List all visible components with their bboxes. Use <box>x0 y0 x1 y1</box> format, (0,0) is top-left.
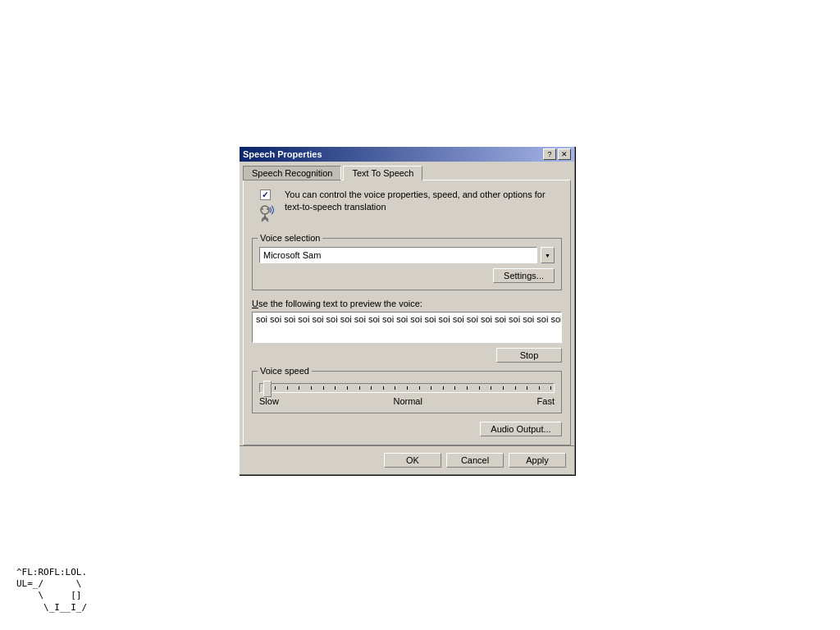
audio-output-button[interactable]: Audio Output... <box>480 422 562 436</box>
title-bar-controls: ? ✕ <box>543 148 571 160</box>
speed-content: Slow Normal Fast <box>259 383 555 406</box>
cancel-button[interactable]: Cancel <box>446 453 504 468</box>
voice-selection-label: Voice selection <box>258 233 322 243</box>
svg-point-0 <box>261 206 269 214</box>
voice-dropdown[interactable]: Microsoft Sam <box>259 247 537 263</box>
ok-button[interactable]: OK <box>384 453 441 468</box>
stop-button[interactable]: Stop <box>496 348 562 363</box>
tab-text-to-speech[interactable]: Text To Speech <box>343 166 422 180</box>
tab-speech-recognition[interactable]: Speech Recognition <box>243 166 341 180</box>
svg-point-2 <box>267 208 268 210</box>
text-art-decoration: ^FL:ROFL:LOL. UL=_/ \ \ [] \_I__I_/ <box>16 555 87 614</box>
tts-icon <box>252 202 278 228</box>
checkbox-area: ✓ <box>260 189 271 200</box>
help-button[interactable]: ? <box>543 148 556 160</box>
apply-button[interactable]: Apply <box>509 453 566 468</box>
dialog-title: Speech Properties <box>243 149 322 159</box>
settings-button[interactable]: Settings... <box>493 268 555 283</box>
stop-row: Stop <box>252 348 562 363</box>
dropdown-arrow[interactable]: ▼ <box>541 247 555 263</box>
settings-row: Settings... <box>259 268 555 283</box>
speed-fast: Fast <box>537 396 555 406</box>
tab-content: ✓ <box>243 180 571 445</box>
title-bar: Speech Properties ? ✕ <box>240 147 574 162</box>
svg-point-1 <box>262 208 263 210</box>
speed-labels: Slow Normal Fast <box>259 396 555 406</box>
speech-properties-dialog: Speech Properties ? ✕ Speech Recognition… <box>239 146 575 475</box>
speed-slow: Slow <box>259 396 279 406</box>
info-checkbox[interactable]: ✓ <box>260 189 271 200</box>
speed-slider-thumb[interactable] <box>263 381 272 397</box>
voice-speed-group: Voice speed Slow Normal Fast <box>252 371 562 413</box>
voice-selection-group: Voice selection Microsoft Sam ▼ Settings… <box>252 238 562 290</box>
preview-textbox[interactable]: soi soi soi soi soi soi soi soi soi soi … <box>252 312 562 343</box>
speed-normal: Normal <box>393 396 422 406</box>
speed-slider-track <box>259 383 555 393</box>
info-description: You can control the voice properties, sp… <box>285 189 562 214</box>
preview-section: Use the following text to preview the vo… <box>252 299 562 363</box>
dialog-footer: OK Cancel Apply <box>240 445 574 474</box>
audio-output-row: Audio Output... <box>252 422 562 436</box>
voice-speed-label: Voice speed <box>258 366 312 376</box>
voice-select-row: Microsoft Sam ▼ <box>259 247 555 263</box>
preview-label: Use the following text to preview the vo… <box>252 299 562 308</box>
close-button[interactable]: ✕ <box>558 148 571 160</box>
info-row: ✓ <box>252 189 562 228</box>
slider-ticks <box>260 385 554 391</box>
tab-bar: Speech Recognition Text To Speech <box>240 162 574 180</box>
